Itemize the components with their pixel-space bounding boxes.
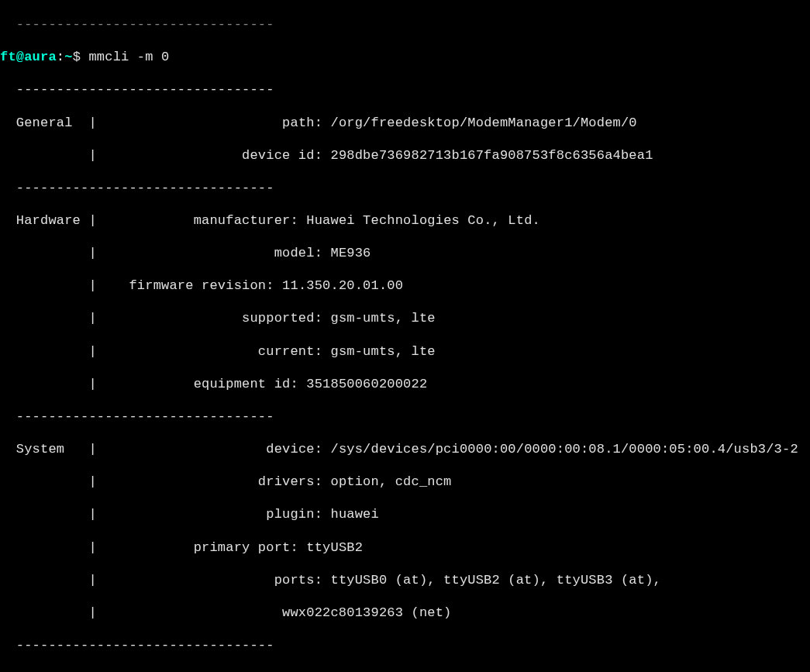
separator: --------------------------------	[0, 637, 810, 653]
separator: --------------------------------	[0, 180, 810, 196]
prompt-at: @	[16, 50, 24, 64]
system-primary-port: | primary port: ttyUSB2	[0, 539, 810, 556]
hardware-firmware: | firmware revision: 11.350.20.01.00	[0, 277, 810, 294]
terminal-output[interactable]: -------------------------------- ft@aura…	[0, 0, 810, 672]
prompt-host: aura	[24, 50, 57, 64]
system-ports: | ports: ttyUSB0 (at), ttyUSB2 (at), tty…	[0, 572, 810, 588]
separator: --------------------------------	[0, 81, 810, 98]
hardware-manufacturer: Hardware | manufacturer: Huawei Technolo…	[0, 212, 810, 229]
prompt-line[interactable]: ft@aura:~$ mmcli -m 0	[0, 49, 810, 65]
hardware-equipment-id: | equipment id: 351850060200022	[0, 376, 810, 392]
hardware-supported: | supported: gsm-umts, lte	[0, 310, 810, 326]
hardware-model: | model: ME936	[0, 245, 810, 261]
system-device: System | device: /sys/devices/pci0000:00…	[0, 441, 810, 457]
general-path: General | path: /org/freedesktop/ModemMa…	[0, 115, 810, 131]
system-ports-2: | wwx022c80139263 (net)	[0, 605, 810, 621]
prompt-colon: :	[57, 50, 64, 64]
prompt-symbol: $	[73, 50, 89, 64]
command-text: mmcli -m 0	[88, 50, 169, 64]
prompt-cwd: ~	[64, 50, 72, 64]
prompt-user: ft	[0, 50, 16, 64]
system-drivers: | drivers: option, cdc_ncm	[0, 474, 810, 490]
separator: --------------------------------	[0, 16, 810, 33]
separator: --------------------------------	[0, 408, 810, 425]
hardware-current: | current: gsm-umts, lte	[0, 343, 810, 360]
general-device-id: | device id: 298dbe736982713b167fa908753…	[0, 147, 810, 164]
system-plugin: | plugin: huawei	[0, 506, 810, 522]
